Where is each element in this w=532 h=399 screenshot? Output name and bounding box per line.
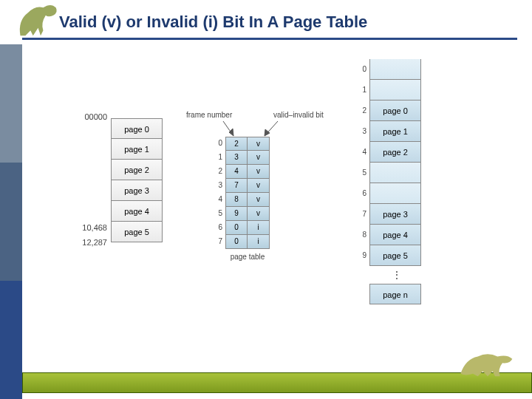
svg-marker-1 [229,129,233,136]
page-table-caption: page table [225,253,270,261]
left-accent-rail [0,44,22,399]
physical-memory: 0 1 2page 0 3page 1 4page 2 5 6 7page 3 … [369,59,421,266]
phys-frame-last: page n [369,284,421,304]
page-title: Valid (v) or Invalid (i) Bit In A Page T… [59,13,367,32]
phys-frame: page 2 [369,142,421,163]
logical-page: page 2 [111,160,163,180]
phys-frame: page 1 [369,121,421,142]
footer-bar [22,372,532,393]
phys-frame: page 4 [369,225,421,245]
phys-frame: page 3 [369,204,421,225]
phys-frame [369,59,421,80]
title-bar: Valid (v) or Invalid (i) Bit In A Page T… [22,6,517,40]
dinosaur-icon [458,344,517,384]
logical-page: page 0 [111,118,163,139]
valid-bit-label: valid–invalid bit [273,111,324,119]
logical-memory: page 0 page 1 page 2 page 3 page 4 page … [111,118,163,242]
logical-page: page 4 [111,201,163,222]
svg-marker-3 [265,129,270,136]
logical-page: page 3 [111,180,163,201]
page-table: 02v 13v 24v 37v 48v 59v 60i 70i [225,137,270,249]
phys-frame: page 5 [369,245,421,266]
phys-frame [369,80,421,100]
addr-mid: 10,468 [70,223,107,232]
phys-frame: page 0 [369,100,421,121]
addr-start: 00000 [70,112,107,121]
phys-frame [369,183,421,204]
frame-number-label: frame number [186,111,232,119]
vertical-ellipsis-icon: ⋮ [392,269,403,281]
logical-page: page 1 [111,139,163,160]
addr-end: 12,287 [70,238,107,247]
logical-page: page 5 [111,222,163,242]
phys-frame [369,163,421,183]
memory-diagram: 00000 10,468 12,287 page 0 page 1 page 2… [59,59,502,362]
